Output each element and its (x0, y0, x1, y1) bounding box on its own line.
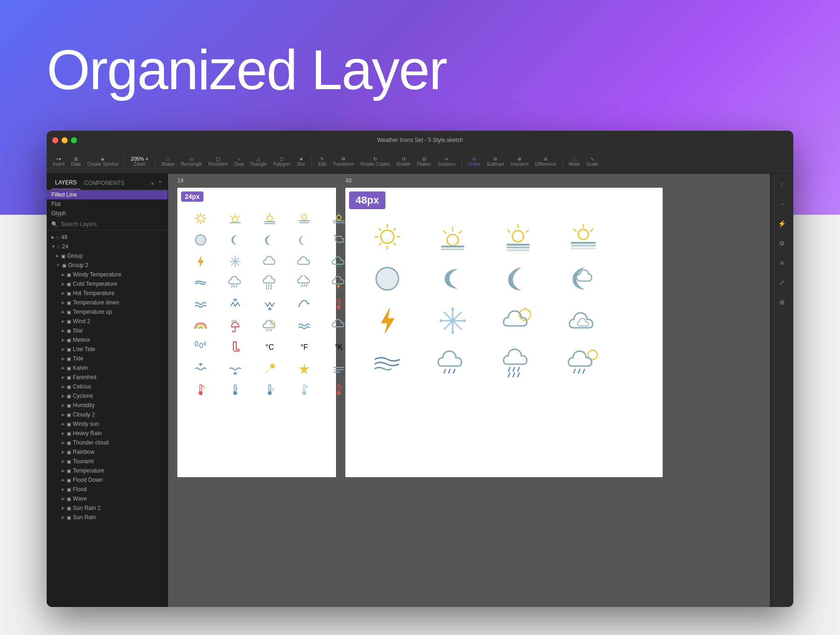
rotate-copies-button[interactable]: ↻ Rotate Copies (358, 155, 392, 168)
list-item-rainbow[interactable]: ▶ ▣ Rainbow (47, 447, 168, 457)
close-button[interactable] (52, 137, 58, 143)
union-button[interactable]: ⊕ Union (466, 155, 483, 168)
svg-marker-130 (381, 308, 394, 333)
svg-line-153 (574, 369, 575, 374)
tab-components[interactable]: COMPONENTS (80, 178, 128, 189)
list-item-wave[interactable]: ▶ ▣ Wave (47, 494, 168, 503)
svg-line-70 (271, 329, 272, 331)
layer-glyph[interactable]: Glyph (47, 209, 168, 218)
triangle-button[interactable]: △ Triangle (248, 155, 269, 168)
svg-line-7 (203, 215, 205, 216)
search-icon: 🔍 (51, 221, 58, 227)
create-symbol-button[interactable]: ◈ Create Symbol (85, 155, 120, 168)
rotate-button[interactable]: ↺ Rotate (394, 155, 413, 168)
svg-rect-82 (200, 385, 202, 392)
list-item-tide[interactable]: ▶ ▣ Tide (47, 354, 168, 363)
main-layout: LAYERS COMPONENTS + ⌃ Filled Line Flat G… (47, 174, 793, 607)
layer-flat[interactable]: Flat (47, 199, 168, 209)
large-icon-snowflake (436, 304, 469, 337)
list-item-tsunami[interactable]: ▶ ▣ Tsunami (47, 457, 168, 466)
scale-button[interactable]: ⤡ Scale (584, 155, 601, 168)
zoom-control[interactable]: 205% + Zoom (128, 155, 151, 168)
list-item-cyclone[interactable]: ▶ ▣ Cyclone (47, 391, 168, 401)
list-item-cloudy2[interactable]: ▶ ▣ Cloudy 2 (47, 410, 168, 419)
svg-rect-81 (333, 372, 341, 373)
svg-rect-112 (441, 246, 464, 247)
list-item-cold-temperature[interactable]: ▶ ▣ Cold Temperature (47, 279, 168, 289)
svg-line-51 (306, 284, 307, 287)
transform-button[interactable]: ⧉ Transform (330, 155, 356, 168)
weather-icon-tsunami (297, 297, 312, 312)
list-item-group[interactable]: ▶ ▣ Group (47, 251, 168, 261)
list-item-low-tide[interactable]: ▶ ▣ Low Tide (47, 345, 168, 354)
anchor-button[interactable]: ⊕ (775, 295, 789, 309)
list-item-hot-temperature[interactable]: ▶ ▣ Hot Temperature (47, 289, 168, 298)
list-item-heavy-rain[interactable]: ▶ ▣ Heavy Rain (47, 429, 168, 438)
rounded-button[interactable]: ▢ Rounded (206, 155, 230, 168)
svg-point-15 (267, 216, 273, 221)
rectangle-button[interactable]: ▭ Rectangle (179, 155, 204, 168)
lightning-button[interactable]: ⚡ (775, 217, 789, 231)
list-item-thunder-cloud[interactable]: ▶ ▣ Thunder cloud (47, 438, 168, 447)
oval-button[interactable]: ○ Oval (231, 155, 246, 168)
add-layer-icon[interactable]: + (151, 180, 154, 187)
weather-icon-umbrella-rain (228, 318, 243, 333)
list-item-flood-down[interactable]: ▶ ▣ Flood Down (47, 475, 168, 485)
svg-line-105 (393, 243, 396, 245)
resize-button[interactable]: ⤢ (775, 275, 789, 289)
list-item-temperature-up[interactable]: ▶ ▣ Temperature up (47, 307, 168, 317)
weather-icon-lightning (193, 254, 208, 269)
tab-layers[interactable]: LAYERS (51, 177, 80, 190)
list-item-humidity[interactable]: ▶ ▣ Humidity (47, 401, 168, 410)
polygon-button[interactable]: ⬡ Polygon (271, 155, 293, 168)
minimize-button[interactable] (62, 137, 68, 143)
list-item-windy-temperature[interactable]: ▶ ▣ Windy Temperature (47, 270, 168, 279)
fullscreen-button[interactable] (71, 137, 77, 143)
sort-icon[interactable]: ⌃ (157, 180, 163, 187)
weather-icon-cloud-sun-rain (262, 318, 277, 333)
list-item-meteor[interactable]: ▶ ▣ Meteor (47, 335, 168, 345)
svg-point-96 (337, 391, 341, 395)
weather-icon-wind (193, 275, 208, 290)
search-input[interactable] (61, 221, 163, 227)
artboard-24: 24 24px (177, 188, 336, 477)
list-item-sun-rain2[interactable]: ▶ ▣ Sun Rain 2 (47, 503, 168, 513)
scissors-button[interactable]: ✂ Scissors (435, 155, 458, 168)
mask-button[interactable]: ⬚ Mask (567, 155, 582, 168)
weather-icon-boot (228, 340, 243, 355)
list-item-windy-sun[interactable]: ▶ ▣ Windy sun (47, 419, 168, 429)
list-item-temperature[interactable]: ▶ ▣ Temperature (47, 466, 168, 475)
forward-button[interactable]: → (775, 197, 789, 211)
list-item-star[interactable]: ▶ ▣ Star (47, 326, 168, 335)
insert-button[interactable]: +▾ Insert (50, 155, 67, 168)
list-item-farenheit[interactable]: ▶ ▣ Farenheit (47, 373, 168, 382)
flatten-button[interactable]: ⊟ Flatten (414, 155, 434, 168)
svg-line-154 (578, 369, 580, 374)
intersect-button[interactable]: ⊗ Intersect (508, 155, 531, 168)
list-item-kalvin[interactable]: ▶ ▣ Kalvin (47, 363, 168, 373)
large-icon-rain-cloud (436, 346, 469, 379)
data-button[interactable]: ⊞ Data (69, 155, 83, 168)
difference-button[interactable]: ⊘ Difference (532, 155, 558, 168)
list-item-sun-rain[interactable]: ▶ ▣ Sun Rain (47, 513, 168, 522)
export-button[interactable]: ↑ (775, 177, 789, 191)
inspector-button[interactable]: ⚙ (775, 236, 789, 250)
star-button[interactable]: ★ Star (294, 155, 308, 168)
layers-button[interactable]: ≡ (775, 256, 789, 270)
list-item-flood[interactable]: ▶ ▣ Flood (47, 485, 168, 494)
list-item-wind2[interactable]: ▶ ▣ Wind 2 (47, 317, 168, 326)
svg-point-89 (268, 391, 272, 395)
list-item-celcius[interactable]: ▶ ▣ Celcius (47, 382, 168, 391)
layer-count-24[interactable]: ▼ □ 24 (47, 242, 168, 251)
large-icon-sunrise (436, 220, 469, 253)
canvas-area[interactable]: 24 24px (168, 174, 770, 607)
shape-button[interactable]: □ Shape (159, 155, 177, 168)
subtract-button[interactable]: ⊖ Subtract (484, 155, 506, 168)
svg-line-44 (268, 284, 269, 287)
layer-count-48[interactable]: ▶ □ 48 (47, 233, 168, 242)
svg-line-8 (197, 221, 198, 223)
layer-filled-line[interactable]: Filled Line (47, 190, 168, 199)
list-item-temperature-down[interactable]: ▶ ▣ Temperature down (47, 298, 168, 307)
edit-button[interactable]: ✎ Edit (315, 155, 329, 168)
list-item-group2[interactable]: ▼ ▣ Group 2 (47, 261, 168, 270)
